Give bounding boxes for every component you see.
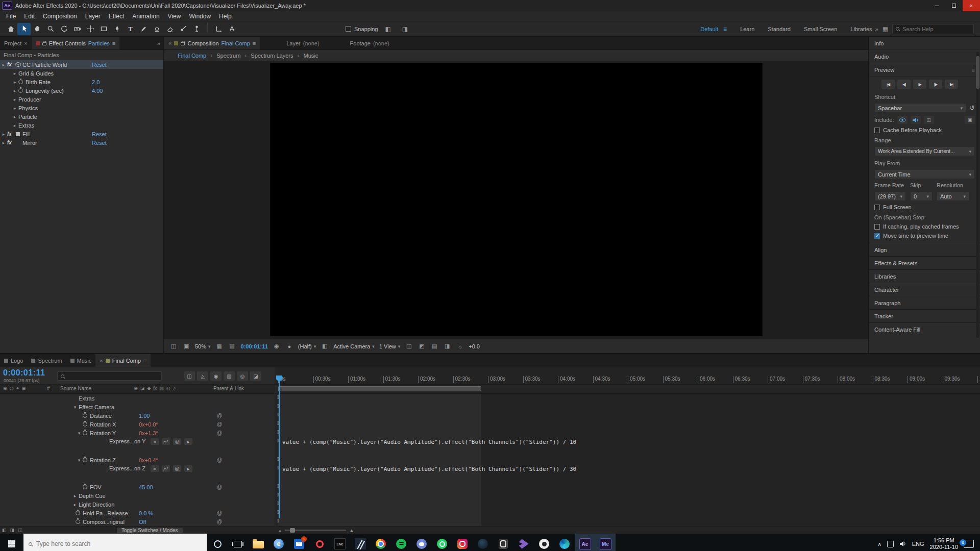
close-icon[interactable]: ×	[100, 358, 103, 364]
panel-menu-icon[interactable]: ≡	[143, 358, 146, 364]
include-overlays-icon[interactable]: ◫	[924, 116, 934, 124]
timeline-row[interactable]: ▸Depth Cue	[0, 491, 275, 500]
playhead-line[interactable]	[279, 382, 280, 518]
expression-menu-icon[interactable]: ▸	[184, 465, 192, 472]
exposure-value[interactable]: +0.0	[469, 343, 480, 349]
twirl-icon[interactable]: ▸	[11, 97, 18, 102]
timeline-row[interactable]: Distance1.00@	[0, 411, 275, 420]
expression-text[interactable]: value + (comp("Music").layer("Audio Ampl…	[282, 439, 576, 445]
stopwatch-icon[interactable]	[83, 485, 87, 489]
effect-row[interactable]: ▸Particle	[0, 112, 163, 121]
close-icon[interactable]: ×	[24, 40, 27, 46]
task-view-button[interactable]	[228, 534, 248, 551]
exposure-icon[interactable]: ☼	[456, 343, 464, 349]
workspace-small-screen[interactable]: Small Screen	[804, 26, 837, 32]
property-value[interactable]: 45.00	[139, 484, 153, 490]
language-indicator[interactable]: ENG	[912, 541, 924, 547]
property-value[interactable]: 1.00	[139, 413, 150, 419]
shy-icon[interactable]: ◉	[134, 386, 138, 391]
previous-frame-button[interactable]: ◀|	[897, 80, 911, 89]
home-tool[interactable]	[4, 23, 17, 35]
breadcrumb-item[interactable]: Music	[303, 53, 318, 59]
source-name-column-label[interactable]: Source Name	[60, 386, 91, 391]
timeline-row[interactable]: Composi...riginalOff@	[0, 517, 275, 526]
timeline-track-row[interactable]: I	[275, 509, 980, 517]
choose-grid-icon[interactable]: ▦	[215, 343, 224, 349]
play-button[interactable]: ▶	[913, 80, 926, 89]
taskbar-icon-epic-games[interactable]	[493, 534, 513, 551]
expression-graph-icon[interactable]	[162, 465, 170, 472]
twirl-icon[interactable]: ▸	[11, 71, 18, 76]
pixel-aspect-icon[interactable]: ◫	[405, 343, 413, 349]
collapse-icon[interactable]: ◪	[140, 386, 145, 391]
twirl-icon[interactable]: ▸	[11, 80, 18, 85]
taskbar-search[interactable]	[23, 534, 207, 551]
twirl-icon[interactable]: ▸	[11, 88, 18, 93]
include-video-icon[interactable]	[897, 116, 908, 124]
workspace-overflow-icon[interactable]: »	[875, 26, 878, 32]
lock-icon[interactable]: ▣	[21, 386, 26, 391]
brush-tool[interactable]	[137, 23, 150, 35]
show-snapshot-icon[interactable]: ●	[285, 343, 293, 349]
taskbar-icon-spotify[interactable]	[391, 534, 411, 551]
twirl-icon[interactable]: ▾	[76, 431, 83, 436]
taskbar-icon-visual-studio[interactable]	[513, 534, 534, 551]
menu-file[interactable]: File	[2, 13, 20, 20]
expand-switches-icon[interactable]: ◨	[10, 528, 15, 533]
expression-text[interactable]: value + (comp("Music").layer("Audio Ampl…	[282, 466, 576, 472]
play-from-dropdown[interactable]: Current Time ▾	[874, 169, 975, 179]
motion-blur-icon[interactable]: ◎	[237, 371, 248, 381]
menu-effect[interactable]: Effect	[105, 13, 128, 20]
frame-blend-icon[interactable]: ▥	[224, 371, 235, 381]
last-frame-button[interactable]: ▶|	[945, 80, 958, 89]
fx-icon[interactable]: fx	[153, 386, 157, 391]
expression-pickwhip-icon[interactable]: @	[173, 438, 181, 445]
twirl-icon[interactable]: ▸	[71, 493, 79, 498]
timeline-row[interactable]: ▸Light Direction	[0, 500, 275, 509]
panel-section-paragraph[interactable]: Paragraph	[869, 296, 980, 309]
selection-tool[interactable]	[17, 23, 31, 35]
preview-header[interactable]: Preview ≡	[869, 63, 980, 77]
frame-rate-dropdown[interactable]: (29.97) ▾	[874, 191, 906, 201]
taskbar-search-input[interactable]	[36, 540, 202, 547]
property-value[interactable]: 0x+0.4°	[139, 457, 158, 463]
effect-row[interactable]: ▸fxCC Particle WorldReset	[0, 60, 163, 69]
always-preview-icon[interactable]: ▣	[182, 343, 190, 349]
camera-tool[interactable]	[70, 23, 84, 35]
next-frame-button[interactable]: |▶	[929, 80, 942, 89]
3d-icon[interactable]: ◬	[173, 386, 177, 391]
motion-blur-icon[interactable]: ◎	[166, 386, 170, 391]
property-value[interactable]: Off	[139, 519, 146, 525]
taskbar-icon-file-explorer[interactable]	[248, 534, 268, 551]
effect-row[interactable]: ▸Extras	[0, 121, 163, 130]
time-ruler[interactable]: 0s00:30s01:00s01:30s02:00s02:30s03:00s03…	[275, 367, 980, 385]
mini-flowchart-icon[interactable]: ◫	[169, 343, 178, 349]
zoom-slider[interactable]	[285, 530, 346, 531]
taskbar-icon-media-encoder[interactable]: Me	[595, 534, 616, 551]
panel-menu-icon[interactable]: ≡	[253, 40, 256, 46]
timeline-track-row[interactable]: I	[275, 483, 980, 491]
cortana-button[interactable]	[207, 534, 228, 551]
skip-dropdown[interactable]: 0 ▾	[910, 191, 933, 201]
timeline-row[interactable]: Rotation X0x+0.0°@	[0, 420, 275, 429]
parent-pickwhip-icon[interactable]: @	[217, 519, 222, 524]
taskbar-icon-edge[interactable]: e	[268, 534, 289, 551]
solo-icon[interactable]: ●	[16, 386, 19, 391]
twirl-icon[interactable]: ▸	[11, 123, 18, 128]
timeline-tab-logo[interactable]: Logo	[0, 354, 27, 367]
workspace-libraries[interactable]: Libraries	[850, 26, 872, 32]
timeline-row[interactable]: FOV45.00@	[0, 483, 275, 491]
clock[interactable]: 1:56 PM 2020-11-10	[930, 537, 958, 550]
menu-help[interactable]: Help	[215, 13, 236, 20]
menu-composition[interactable]: Composition	[39, 13, 81, 20]
property-value[interactable]: 0.0 %	[139, 510, 153, 516]
twirl-icon[interactable]: ▾	[71, 405, 79, 410]
timeline-track-row[interactable]: I	[275, 456, 980, 464]
timeline-track-row[interactable]: I	[275, 411, 980, 420]
workspace-standard[interactable]: Standard	[768, 26, 791, 32]
layer-controls-icon[interactable]: ▣	[965, 116, 975, 124]
timeline-tab-spectrum[interactable]: Spectrum	[27, 354, 66, 367]
stopwatch-icon[interactable]	[76, 511, 80, 515]
help-search[interactable]	[892, 24, 974, 34]
help-search-input[interactable]	[902, 26, 970, 32]
